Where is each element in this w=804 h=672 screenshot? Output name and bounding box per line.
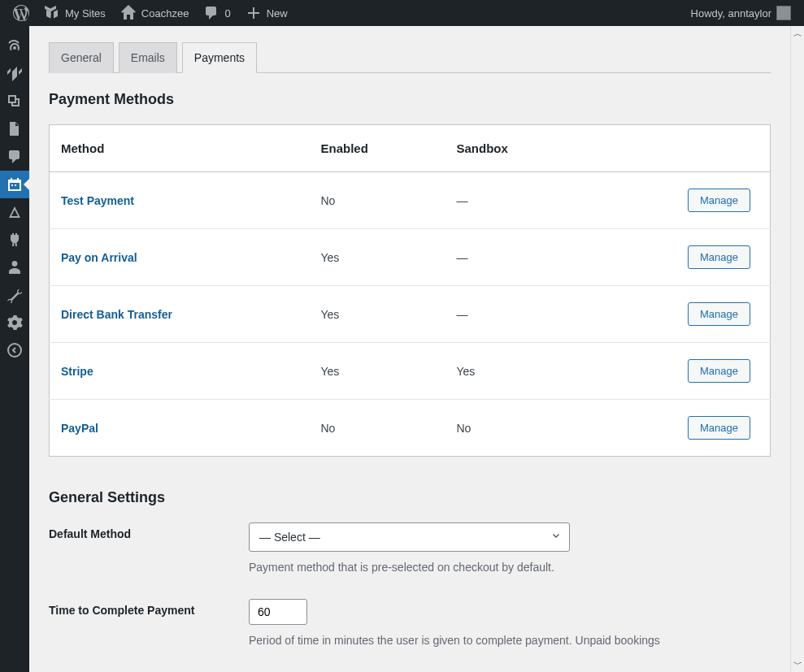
payment-methods-table: Method Enabled Sandbox Test PaymentNo—Ma… [49, 124, 771, 457]
sidebar-settings[interactable] [0, 309, 29, 336]
sidebar-posts[interactable] [0, 60, 29, 88]
howdy-text: Howdy, anntaylor [691, 7, 771, 20]
admin-sidebar [0, 26, 29, 672]
default-method-row: Default Method — Select — Payment method… [49, 522, 771, 576]
general-settings-heading: General Settings [49, 489, 771, 506]
default-method-help: Payment method that is pre-selected on c… [249, 560, 771, 576]
method-link[interactable]: Pay on Arrival [61, 251, 137, 264]
sandbox-cell: — [445, 229, 589, 286]
method-link[interactable]: Direct Bank Transfer [61, 308, 172, 321]
enabled-cell: No [309, 400, 445, 457]
scroll-down-icon[interactable]: ﹀ [793, 658, 802, 670]
sidebar-media[interactable] [0, 88, 29, 115]
enabled-cell: No [309, 172, 445, 229]
site-name-label: Coachzee [141, 7, 189, 20]
tab-payments[interactable]: Payments [182, 42, 257, 73]
default-method-label: Default Method [49, 522, 224, 540]
manage-button[interactable]: Manage [688, 245, 750, 269]
manage-button[interactable]: Manage [688, 302, 750, 326]
sandbox-cell: — [445, 286, 589, 343]
my-sites-link[interactable]: My Sites [37, 0, 112, 26]
sandbox-cell: No [445, 400, 589, 457]
my-sites-label: My Sites [65, 7, 106, 20]
tab-general[interactable]: General [49, 42, 114, 73]
time-complete-input[interactable] [249, 599, 307, 625]
sidebar-comments[interactable] [0, 143, 29, 171]
sidebar-tools[interactable] [0, 281, 29, 309]
table-row: StripeYesYesManage [50, 343, 771, 400]
table-row: PayPalNoNoManage [50, 400, 771, 457]
sandbox-cell: Yes [445, 343, 589, 400]
sidebar-plugins[interactable] [0, 226, 29, 254]
col-sandbox: Sandbox [445, 125, 589, 172]
table-row: Test PaymentNo—Manage [50, 172, 771, 229]
scrollbar[interactable]: ︿ ﹀ [790, 26, 804, 672]
time-complete-label: Time to Complete Payment [49, 599, 224, 617]
table-row: Direct Bank TransferYes—Manage [50, 286, 771, 343]
sidebar-dashboard[interactable] [0, 33, 29, 60]
payment-methods-heading: Payment Methods [49, 91, 771, 108]
col-enabled: Enabled [309, 125, 445, 172]
sidebar-appearance[interactable] [0, 198, 29, 226]
tab-emails[interactable]: Emails [119, 42, 177, 73]
time-complete-help: Period of time in minutes the user is gi… [249, 633, 771, 649]
manage-button[interactable]: Manage [688, 416, 750, 440]
wordpress-icon [13, 5, 29, 21]
account-link[interactable]: Howdy, anntaylor [684, 0, 797, 26]
manage-button[interactable]: Manage [688, 189, 750, 212]
method-link[interactable]: Test Payment [61, 194, 134, 207]
sidebar-users[interactable] [0, 254, 29, 281]
enabled-cell: Yes [309, 286, 445, 343]
col-method: Method [50, 125, 310, 172]
site-name-link[interactable]: Coachzee [114, 0, 196, 26]
method-link[interactable]: Stripe [61, 365, 93, 378]
time-complete-row: Time to Complete Payment Period of time … [49, 599, 771, 649]
default-method-select[interactable]: — Select — [249, 522, 570, 552]
new-label: New [267, 7, 288, 20]
sidebar-bookings[interactable] [0, 171, 29, 198]
enabled-cell: Yes [309, 343, 445, 400]
svg-point-0 [8, 344, 21, 357]
settings-tabs: General Emails Payments [49, 42, 771, 73]
plus-icon [246, 5, 262, 21]
wp-logo[interactable] [7, 0, 36, 26]
sandbox-cell: — [445, 172, 589, 229]
avatar [776, 6, 791, 20]
table-row: Pay on ArrivalYes—Manage [50, 229, 771, 286]
new-content-link[interactable]: New [239, 0, 294, 26]
col-actions [589, 125, 770, 172]
admin-bar: My Sites Coachzee 0 New Howdy, anntaylor [0, 0, 804, 26]
method-link[interactable]: PayPal [61, 422, 98, 435]
comments-icon [203, 5, 219, 21]
admin-home-icon [120, 5, 137, 21]
comments-link[interactable]: 0 [197, 0, 237, 26]
sidebar-pages[interactable] [0, 115, 29, 143]
admin-multisite-icon [44, 5, 60, 21]
sidebar-collapse[interactable] [0, 336, 29, 364]
comments-count: 0 [224, 7, 230, 20]
manage-button[interactable]: Manage [688, 359, 750, 383]
scroll-up-icon[interactable]: ︿ [793, 28, 802, 40]
enabled-cell: Yes [309, 229, 445, 286]
